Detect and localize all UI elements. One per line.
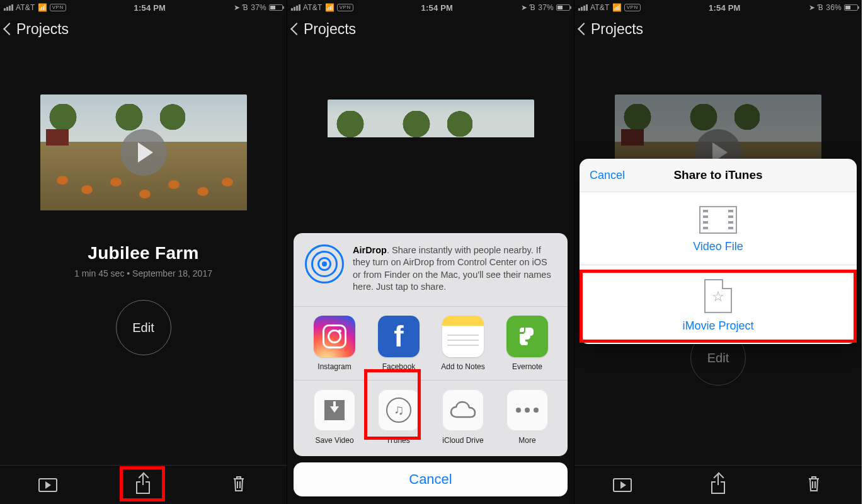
notes-icon — [442, 316, 484, 357]
share-app-row: Instagram f Facebook Add to Notes Everno… — [294, 307, 568, 380]
location-icon: ➤ — [234, 3, 240, 12]
action-more[interactable]: More — [495, 389, 559, 445]
evernote-icon — [506, 316, 548, 357]
wifi-icon: 📶 — [612, 3, 622, 12]
airdrop-section[interactable]: AirDrop. Share instantly with people nea… — [294, 233, 568, 306]
trash-icon — [806, 475, 821, 495]
back-label[interactable]: Projects — [304, 21, 356, 38]
share-sheet: AirDrop. Share instantly with people nea… — [294, 233, 568, 456]
edit-button[interactable]: Edit — [116, 300, 171, 355]
share-app-overflow[interactable] — [559, 316, 568, 371]
delete-button[interactable] — [217, 471, 261, 500]
itunes-cancel-button[interactable]: Cancel — [590, 169, 625, 182]
clock: 1:54 PM — [134, 3, 166, 13]
back-chevron-icon[interactable] — [578, 23, 590, 35]
screen-share-sheet: AT&T 📶 VPN 1:54 PM ➤ Ɓ 37% Projects — [287, 0, 574, 504]
video-thumbnail-peek — [328, 100, 534, 137]
battery-icon — [269, 4, 283, 11]
screen-itunes-sheet: AT&T 📶 VPN 1:54 PM ➤ Ɓ 36% Projects — [574, 0, 862, 504]
status-bar: AT&T 📶 VPN 1:54 PM ➤ Ɓ 36% — [574, 0, 862, 14]
wifi-icon: 📶 — [325, 3, 334, 12]
share-action-row: Save Video ♫ iTunes iCloud Drive More — [294, 381, 568, 456]
bottom-toolbar — [0, 465, 287, 504]
option-imovie-project[interactable]: ☆ iMovie Project — [580, 265, 857, 344]
nav-bar: Projects — [0, 14, 287, 44]
facebook-icon: f — [378, 316, 420, 357]
battery-percent: 37% — [538, 3, 554, 12]
vpn-badge: VPN — [624, 4, 641, 11]
status-bar: AT&T 📶 VPN 1:54 PM ➤ Ɓ 37% — [287, 0, 574, 14]
clock: 1:54 PM — [421, 3, 454, 13]
nav-bar: Projects — [287, 14, 574, 44]
itunes-sheet-header: Cancel Share to iTunes — [580, 159, 857, 192]
bluetooth-icon: Ɓ — [243, 3, 248, 12]
action-icloud-drive[interactable]: iCloud Drive — [431, 389, 495, 445]
carrier-label: AT&T — [590, 3, 610, 12]
battery-percent: 36% — [826, 3, 842, 12]
status-bar: AT&T 📶 VPN 1:54 PM ➤ Ɓ 37% — [0, 0, 287, 14]
delete-button[interactable] — [792, 471, 836, 500]
share-icon — [136, 476, 150, 494]
back-chevron-icon[interactable] — [290, 23, 303, 35]
imovie-project-icon: ☆ — [704, 279, 732, 313]
itunes-sheet-title: Share to iTunes — [673, 168, 762, 182]
project-title: Jubilee Farm — [0, 243, 287, 263]
instagram-icon — [314, 316, 355, 357]
signal-icon — [291, 4, 300, 11]
option-video-file[interactable]: Video File — [580, 192, 857, 265]
signal-icon — [4, 4, 13, 11]
clock: 1:54 PM — [709, 3, 741, 13]
back-chevron-icon[interactable] — [3, 23, 16, 35]
action-itunes[interactable]: ♫ iTunes — [367, 389, 431, 445]
itunes-icon: ♫ — [378, 389, 420, 431]
action-save-video[interactable]: Save Video — [302, 389, 367, 445]
share-app-evernote[interactable]: Evernote — [495, 316, 559, 371]
nav-bar: Projects — [574, 14, 862, 44]
location-icon: ➤ — [809, 3, 815, 12]
vpn-badge: VPN — [50, 4, 66, 11]
share-button[interactable] — [121, 471, 165, 500]
airdrop-description: AirDrop. Share instantly with people nea… — [353, 244, 556, 294]
bluetooth-icon: Ɓ — [530, 3, 535, 12]
airdrop-icon — [305, 244, 344, 284]
bottom-toolbar — [574, 465, 862, 504]
back-label[interactable]: Projects — [591, 21, 643, 38]
icloud-icon — [442, 389, 484, 431]
location-icon: ➤ — [521, 3, 527, 12]
carrier-label: AT&T — [16, 3, 35, 12]
play-overlay-icon[interactable] — [120, 129, 167, 176]
signal-icon — [578, 4, 588, 11]
screen-project-detail: AT&T 📶 VPN 1:54 PM ➤ Ɓ 37% Projects — [0, 0, 287, 504]
battery-percent: 37% — [251, 3, 266, 12]
battery-icon — [844, 4, 858, 11]
vpn-badge: VPN — [337, 4, 353, 11]
play-button[interactable] — [26, 471, 70, 500]
video-file-icon — [699, 206, 737, 234]
save-video-icon — [314, 389, 355, 431]
bluetooth-icon: Ɓ — [818, 3, 823, 12]
share-icon — [711, 476, 725, 494]
trash-icon — [231, 475, 246, 495]
play-button[interactable] — [600, 471, 644, 500]
back-label[interactable]: Projects — [16, 21, 69, 38]
share-app-notes[interactable]: Add to Notes — [431, 316, 495, 371]
video-thumbnail[interactable] — [40, 94, 247, 210]
share-button[interactable] — [696, 471, 740, 500]
share-cancel-button[interactable]: Cancel — [294, 462, 568, 496]
battery-icon — [556, 4, 570, 11]
wifi-icon: 📶 — [38, 3, 47, 12]
carrier-label: AT&T — [303, 3, 323, 12]
share-app-instagram[interactable]: Instagram — [302, 316, 367, 371]
project-meta: 1 min 45 sec • September 18, 2017 — [0, 268, 287, 278]
itunes-action-sheet: Cancel Share to iTunes Video File ☆ iMov… — [580, 159, 857, 344]
share-app-facebook[interactable]: f Facebook — [367, 316, 431, 371]
more-icon — [506, 389, 548, 431]
